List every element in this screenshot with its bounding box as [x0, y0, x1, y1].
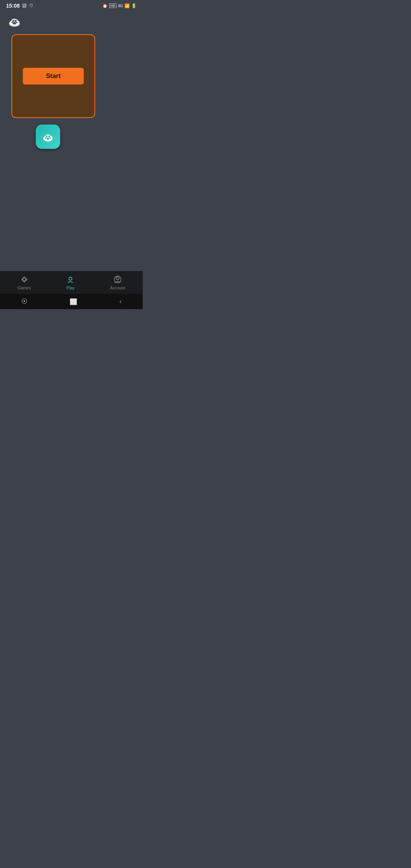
games-nav-label: Games — [18, 286, 31, 290]
svg-point-13 — [46, 136, 48, 137]
svg-point-6 — [11, 22, 13, 23]
svg-point-7 — [16, 22, 18, 23]
start-button[interactable]: Start — [23, 68, 84, 85]
status-right: ⏰ HD 4G 📶 🔋 — [102, 3, 137, 8]
svg-point-15 — [45, 137, 46, 139]
account-nav-label: Account — [110, 286, 125, 290]
play-nav-label: Play — [67, 286, 75, 290]
signal-icon: 📶 — [124, 3, 130, 8]
4g-icon: 4G — [118, 4, 123, 8]
svg-point-23 — [116, 277, 119, 280]
svg-point-22 — [69, 277, 72, 280]
recents-button[interactable]: ⦿ — [21, 298, 27, 305]
bottom-nav: Games Play Account — [0, 271, 143, 294]
clock-status-icon: ⏱ — [29, 3, 33, 8]
battery-icon: 🔋 — [131, 3, 137, 8]
play-icon — [66, 275, 75, 284]
svg-point-5 — [15, 20, 17, 22]
android-nav-bar: ⦿ ⬜ ‹ — [0, 294, 143, 309]
game-item-container: Start coc — [6, 34, 90, 138]
nav-item-account[interactable]: Account — [102, 273, 133, 292]
alarm-icon: ⏰ — [102, 3, 108, 8]
status-time: 15:08 — [6, 3, 20, 9]
svg-point-16 — [49, 137, 51, 139]
account-icon — [113, 275, 122, 284]
svg-point-4 — [13, 20, 14, 22]
game-card: Start — [11, 34, 95, 118]
svg-point-17 — [47, 138, 49, 140]
status-left: 15:08 🖼 ⏱ — [6, 3, 33, 9]
status-bar: 15:08 🖼 ⏱ ⏰ HD 4G 📶 🔋 — [0, 0, 143, 11]
nav-item-games[interactable]: Games — [10, 273, 38, 292]
nav-item-play[interactable]: Play — [58, 273, 83, 292]
hd-badge: HD — [109, 3, 116, 8]
paw-cloud-app-icon — [40, 129, 56, 144]
svg-point-14 — [48, 136, 50, 137]
game-app-icon[interactable] — [36, 124, 60, 149]
header-app-icon — [6, 13, 137, 31]
image-status-icon: 🖼 — [22, 3, 27, 8]
paw-cloud-header-icon — [6, 13, 23, 30]
games-icon — [20, 275, 29, 284]
back-button[interactable]: ‹ — [119, 298, 121, 305]
svg-point-8 — [13, 22, 16, 24]
main-content: Start coc — [0, 34, 143, 138]
home-button[interactable]: ⬜ — [70, 298, 77, 305]
